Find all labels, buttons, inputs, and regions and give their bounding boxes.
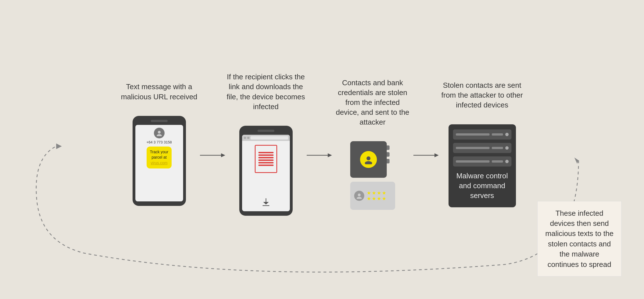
step-4: Stolen contacts are sent from the attack… [440, 80, 524, 207]
doc-line-2 [258, 154, 274, 156]
phone-notch [151, 120, 168, 122]
phone-sms: +64 3 773 3158 Track your parcel at viru… [133, 116, 186, 206]
download-icon [262, 198, 270, 206]
svg-point-14 [357, 197, 362, 199]
step-2: If the recipient clicks the link and dow… [227, 72, 305, 215]
dl-document [255, 145, 277, 173]
doc-line-3 [258, 157, 274, 158]
server-box: Malware control and command servers [449, 124, 516, 207]
step5-label: These infected devices then send malicio… [537, 201, 622, 276]
arrow-1 [199, 151, 227, 159]
phone-dl-notch [258, 130, 274, 132]
browser-dot-1 [244, 137, 246, 139]
server-unit-2 [453, 143, 511, 153]
svg-point-11 [367, 156, 370, 160]
svg-marker-7 [263, 202, 269, 204]
sms-link: virus.com [151, 161, 168, 165]
arrow-3-svg [413, 151, 439, 159]
step1-label: Text message with a malicious URL receiv… [120, 82, 199, 102]
svg-point-2 [158, 131, 161, 134]
server-line-1 [456, 133, 490, 136]
phone-dl [239, 126, 293, 216]
server-label: Malware control and command servers [453, 171, 511, 201]
arrow-1-svg [200, 151, 225, 159]
server-dot-1 [505, 133, 509, 136]
server-dot-3 [505, 160, 509, 163]
contact-book [350, 141, 387, 178]
server-line-6 [492, 160, 503, 163]
server-line-2 [492, 133, 503, 136]
step-3: Contacts and bank credentials are stolen… [333, 78, 412, 210]
step4-label: Stolen contacts are sent from the attack… [440, 80, 524, 110]
star-8 [382, 197, 386, 201]
phone-screen: +64 3 773 3158 Track your parcel at viru… [135, 125, 183, 201]
star-5 [367, 197, 371, 201]
server-dot-2 [505, 146, 509, 150]
server-line-4 [492, 147, 503, 149]
doc-line-1 [258, 152, 274, 153]
flow-row: Text message with a malicious URL receiv… [0, 72, 644, 215]
sms-text-line1: Track your [150, 150, 169, 154]
sms-text-line2: parcel at [152, 155, 167, 159]
arrow-2 [305, 151, 333, 159]
bank-stars-row1 [367, 191, 386, 195]
bank-card [350, 182, 395, 210]
contacts-group [350, 141, 395, 210]
star-4 [382, 191, 386, 195]
server-line-5 [456, 160, 490, 163]
browser-dot-2 [247, 137, 249, 139]
diagram-container: Text message with a malicious URL receiv… [0, 0, 644, 299]
star-1 [367, 191, 371, 195]
sms-avatar [154, 128, 165, 138]
svg-point-12 [365, 161, 372, 164]
arrow-3 [412, 151, 440, 159]
star-6 [372, 197, 376, 201]
server-unit-1 [453, 129, 511, 140]
phone-dl-screen [242, 135, 290, 211]
arrow-2-svg [307, 151, 332, 159]
dl-content [242, 141, 290, 211]
doc-line-4 [258, 159, 274, 161]
browser-bar [242, 135, 290, 141]
sms-bubble: Track your parcel at virus.com [147, 147, 172, 169]
sms-number: +64 3 773 3158 [146, 140, 172, 144]
doc-line-6 [258, 165, 274, 166]
browser-url-bar [251, 136, 288, 140]
svg-marker-5 [221, 153, 225, 157]
bank-top [354, 191, 391, 201]
svg-marker-16 [434, 153, 439, 157]
svg-point-13 [358, 194, 361, 196]
step3-label: Contacts and bank credentials are stolen… [333, 78, 412, 127]
contact-avatar [360, 151, 377, 168]
step2-label: If the recipient clicks the link and dow… [227, 72, 305, 111]
star-7 [377, 197, 381, 201]
svg-point-3 [157, 134, 162, 136]
star-3 [377, 191, 381, 195]
star-2 [372, 191, 376, 195]
bank-stars-row2 [367, 197, 386, 201]
svg-marker-10 [328, 153, 332, 157]
doc-line-5 [258, 162, 274, 163]
step-1: Text message with a malicious URL receiv… [120, 82, 199, 206]
server-unit-3 [453, 156, 511, 167]
bank-avatar [354, 191, 364, 201]
server-line-3 [456, 147, 490, 149]
